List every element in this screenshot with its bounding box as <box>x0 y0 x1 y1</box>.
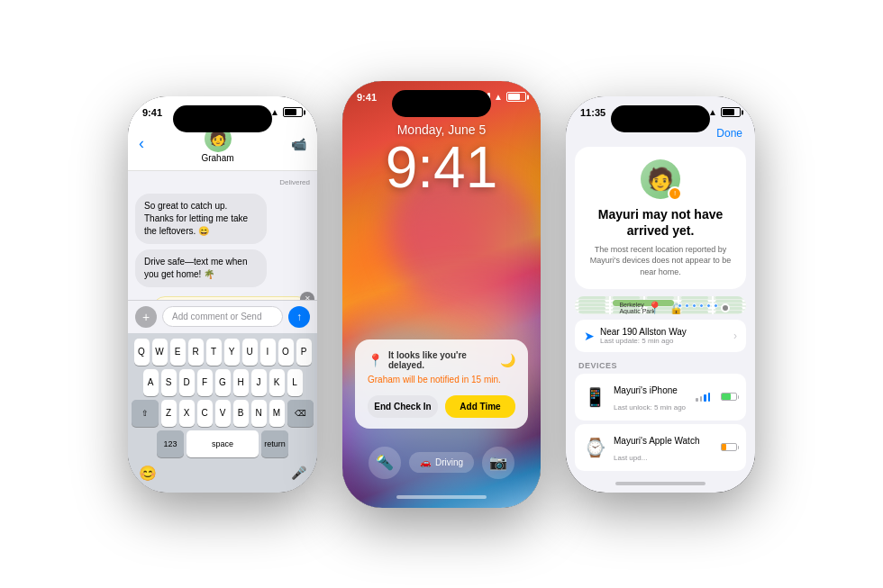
end-checkin-button[interactable]: End Check In <box>368 395 438 418</box>
add-attachment-button[interactable]: + <box>135 306 157 328</box>
devices-section: DEVICES 📱 Mayuri's iPhone Last unlock: 5… <box>575 357 746 475</box>
key-j[interactable]: J <box>251 369 267 396</box>
key-i[interactable]: I <box>260 339 276 366</box>
key-s[interactable]: S <box>161 369 177 396</box>
keyboard-row-3: ⇧ Z X C V B N M ⌫ <box>132 400 314 427</box>
key-g[interactable]: G <box>215 369 231 396</box>
map-location-trail <box>678 303 718 308</box>
key-e[interactable]: E <box>170 339 186 366</box>
key-t[interactable]: T <box>206 339 222 366</box>
key-return[interactable]: return <box>261 430 288 457</box>
keyboard-row-2: A S D F G H J K L <box>132 369 314 396</box>
phone-messages: 9:41 ▲ ‹ 🧑 <box>128 96 317 493</box>
key-num[interactable]: 123 <box>157 430 184 457</box>
lock-notif-buttons: End Check In Add Time <box>368 395 515 418</box>
video-call-button[interactable]: 📹 <box>291 137 306 151</box>
lock-notif-title: It looks like you're delayed. <box>388 350 495 370</box>
keyboard-row-1: Q W E R T Y U I O P <box>132 339 314 366</box>
location-arrow-icon: ➤ <box>584 329 595 343</box>
key-k[interactable]: K <box>269 369 285 396</box>
checkin-close-button[interactable]: ✕ <box>300 292 314 300</box>
alert-screen: 11:35 ▲ Done <box>566 96 755 493</box>
driving-icon: 🚗 <box>420 457 431 467</box>
checkin-card: ✕ ✓ Check In Home · Berkeley Around 11:0… <box>152 296 310 300</box>
alert-content: 🧑 ! Mayuri may not have arrived yet. The… <box>566 147 755 475</box>
key-a[interactable]: A <box>143 369 159 396</box>
key-b[interactable]: B <box>233 400 249 427</box>
phone-lockscreen: 9:41 ▲ Monday, June 5 9:41 <box>342 81 541 508</box>
alert-battery-icon <box>721 107 741 117</box>
lock-notif-body: Graham will be notified in 15 min. <box>368 374 515 386</box>
home-indicator-3 <box>615 482 705 485</box>
alert-description: The most recent location reported by May… <box>586 244 735 278</box>
back-button[interactable]: ‹ <box>139 134 144 153</box>
key-l[interactable]: L <box>287 369 303 396</box>
key-delete[interactable]: ⌫ <box>287 400 314 427</box>
key-w[interactable]: W <box>152 339 168 366</box>
dynamic-island-1 <box>173 105 272 132</box>
location-info-left: ➤ Near 190 Allston Way Last update: 5 mi… <box>584 327 687 345</box>
camera-button[interactable]: 📷 <box>482 447 514 479</box>
key-n[interactable]: N <box>251 400 267 427</box>
device-row-iphone[interactable]: 📱 Mayuri's iPhone Last unlock: 5 min ago <box>575 374 746 421</box>
key-x[interactable]: X <box>179 400 195 427</box>
message-bubble-2: Drive safe—text me when you get home! 🌴 <box>135 249 267 287</box>
key-q[interactable]: Q <box>134 339 150 366</box>
flashlight-button[interactable]: 🔦 <box>369 447 401 479</box>
key-o[interactable]: O <box>278 339 294 366</box>
battery-icon-1 <box>283 107 303 117</box>
key-z[interactable]: Z <box>161 400 177 427</box>
location-row[interactable]: ➤ Near 190 Allston Way Last update: 5 mi… <box>575 320 746 352</box>
lock-home-indicator <box>396 495 487 499</box>
devices-section-label: DEVICES <box>575 357 746 374</box>
alert-title: Mayuri may not have arrived yet. <box>586 206 735 239</box>
watch-device-icon: ⌚ <box>584 437 606 458</box>
map-background: BerkeleyAquatic Park 📍 🔒 <box>575 296 746 314</box>
key-d[interactable]: D <box>179 369 195 396</box>
device-info-watch: Mayuri's Apple Watch Last upd... <box>614 431 710 464</box>
key-u[interactable]: U <box>242 339 258 366</box>
key-m[interactable]: M <box>269 400 285 427</box>
emoji-button[interactable]: 😊 <box>135 461 160 485</box>
map-destination-pin: 📍 <box>647 301 662 313</box>
dynamic-island-3 <box>611 105 710 132</box>
driving-pill[interactable]: 🚗 Driving <box>409 452 474 473</box>
lock-notif-emoji: 🌙 <box>500 353 515 367</box>
key-space[interactable]: space <box>187 430 259 457</box>
alert-warning-badge: ! <box>668 186 682 201</box>
device-signal-iphone <box>696 393 710 402</box>
device-update-watch: Last upd... <box>614 454 647 462</box>
driving-label: Driving <box>435 457 463 467</box>
key-r[interactable]: R <box>188 339 204 366</box>
device-row-watch[interactable]: ⌚ Mayuri's Apple Watch Last upd... <box>575 424 746 471</box>
key-v[interactable]: V <box>215 400 231 427</box>
lock-status-time: 9:41 <box>357 92 377 103</box>
message-body: Delivered So great to catch up. Thanks f… <box>128 171 317 300</box>
key-p[interactable]: P <box>296 339 312 366</box>
key-f[interactable]: F <box>197 369 213 396</box>
mic-button[interactable]: 🎤 <box>287 462 310 484</box>
key-shift[interactable]: ⇧ <box>132 400 159 427</box>
key-c[interactable]: C <box>197 400 213 427</box>
key-h[interactable]: H <box>233 369 249 396</box>
lock-wifi-icon: ▲ <box>494 92 503 102</box>
lock-battery-icon <box>506 92 526 102</box>
phone-checkin-alert: 11:35 ▲ Done <box>566 96 755 493</box>
alert-avatar-wrap: 🧑 ! <box>641 159 680 199</box>
iphone-device-icon: 📱 <box>584 386 606 408</box>
keyboard-bottom-row: 😊 🎤 <box>132 461 314 485</box>
lock-bottom-bar: 🔦 🚗 Driving 📷 <box>342 438 541 492</box>
location-map[interactable]: BerkeleyAquatic Park 📍 🔒 <box>575 296 746 314</box>
device-battery-iphone <box>721 393 737 401</box>
send-button[interactable]: ↑ <box>288 306 310 328</box>
status-time-1: 9:41 <box>142 107 162 118</box>
message-input[interactable]: Add comment or Send <box>162 306 283 327</box>
done-button[interactable]: Done <box>716 127 742 140</box>
map-current-location <box>721 303 730 312</box>
checkin-app-icon: 📍 <box>368 353 383 367</box>
lock-notification: 📍 It looks like you're delayed. 🌙 Graham… <box>355 339 528 429</box>
keyboard: Q W E R T Y U I O P A S D <box>128 333 317 493</box>
key-y[interactable]: Y <box>224 339 240 366</box>
add-time-button[interactable]: Add Time <box>445 395 515 418</box>
lock-screen: 9:41 ▲ Monday, June 5 9:41 <box>342 81 541 508</box>
